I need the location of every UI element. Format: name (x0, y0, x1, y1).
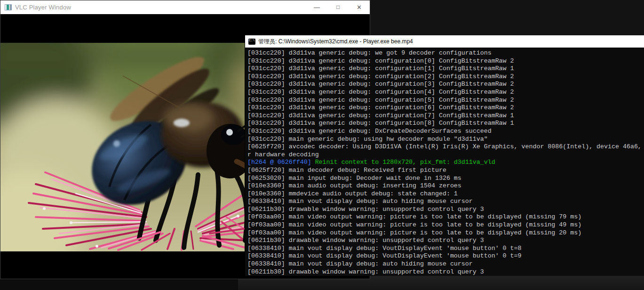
console-line: [06338410] main vout display debug: Vout… (247, 245, 644, 253)
vlc-app-icon (5, 4, 12, 10)
maximize-button[interactable]: □ (327, 0, 349, 14)
console-line: [06211b30] drawable window warning: unsu… (247, 268, 644, 276)
console-line: [031cc220] d3d11va generic debug: config… (247, 104, 644, 112)
close-button[interactable]: ✕ (349, 0, 370, 14)
cmd-titlebar[interactable]: 管理员: C:\Windows\System32\cmd.exe - Playe… (245, 35, 644, 48)
console-line: [06338410] main vout display debug: auto… (247, 198, 644, 206)
console-line: [0f03aa00] main video output warning: pi… (247, 229, 644, 237)
console-line: [h264 @ 0626ff40] Reinit context to 1280… (247, 159, 644, 167)
console-line: [031cc220] d3d11va generic debug: config… (247, 81, 644, 89)
cmd-window: 管理员: C:\Windows\System32\cmd.exe - Playe… (245, 35, 644, 276)
console-line: r hardware decoding (247, 151, 644, 159)
vlc-titlebar[interactable]: VLC Player Window — □ ✕ (0, 0, 370, 14)
console-line: [06253020] main input debug: Decoder wai… (247, 175, 644, 183)
console-line: [0625f720] avcodec decoder: Using D3D11V… (247, 143, 644, 151)
minimize-button[interactable]: — (306, 0, 327, 14)
console-line: [031cc220] d3d11va generic debug: config… (247, 65, 644, 73)
console-line: [031cc220] d3d11va generic debug: config… (247, 97, 644, 105)
console-line: [010e3360] mmdevice audio output debug: … (247, 190, 644, 198)
console-line: [06338410] main vout display debug: auto… (247, 260, 644, 268)
console-line: [031cc220] d3d11va generic debug: config… (247, 120, 644, 128)
desktop: VLC Player Window — □ ✕ (0, 0, 644, 290)
console-line: [0625f720] main decoder debug: Received … (247, 167, 644, 175)
console-line: [0f03aa00] main video output warning: pi… (247, 213, 644, 221)
vlc-window-title: VLC Player Window (15, 4, 71, 11)
console-line: [06211b30] drawable window warning: unsu… (247, 237, 644, 245)
cmd-app-icon (248, 39, 255, 45)
console-line: [06211b30] drawable window warning: unsu… (247, 206, 644, 214)
console-line: [031cc220] d3d11va generic debug: config… (247, 112, 644, 120)
console-line: [031cc220] d3d11va generic debug: DxCrea… (247, 128, 644, 136)
cmd-window-title: 管理员: C:\Windows\System32\cmd.exe - Playe… (258, 38, 413, 46)
desktop-shadow-left (0, 279, 238, 290)
console-line: [031cc220] d3d11va generic debug: config… (247, 89, 644, 97)
console-line: [031cc220] d3d11va generic debug: we got… (247, 49, 644, 57)
console-line: [031cc220] d3d11va generic debug: config… (247, 57, 644, 65)
console-line: [0f03aa00] main video output warning: pi… (247, 221, 644, 229)
vlc-window-controls: — □ ✕ (306, 0, 370, 14)
console-output[interactable]: [031cc220] d3d11va generic debug: we got… (245, 48, 644, 276)
console-line: [06338410] main vout display debug: Vout… (247, 252, 644, 260)
console-line: [031cc220] main generic debug: using hw … (247, 136, 644, 144)
console-line: [031cc220] d3d11va generic debug: config… (247, 73, 644, 81)
console-line: [010e3360] main audio output debug: inse… (247, 182, 644, 190)
